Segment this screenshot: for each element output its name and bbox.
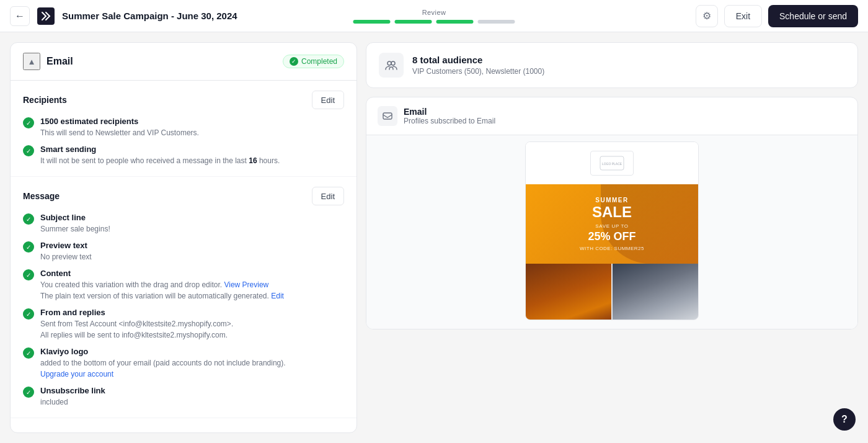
recipients-title: Recipients [23,95,67,105]
message-header: Message Edit [23,187,344,205]
preview-logo-box: LOGO PLACE [590,151,634,176]
from-replies-desc: Sent from Test Account <info@kltestsite2… [40,318,233,329]
profiles-text: Email Profiles subscribed to Email [404,107,495,125]
klaviyo-logo-desc: added to the bottom of your email (paid … [40,357,286,369]
svg-point-0 [388,61,391,65]
recipients-section: Recipients Edit ✓ 1500 estimated recipie… [11,81,356,177]
help-button[interactable]: ? [833,408,856,431]
gear-icon: ⚙ [702,10,711,22]
check-icon-logo: ✓ [23,347,34,359]
audience-info: 8 total audience VIP Customers (500), Ne… [412,55,544,76]
email-header: ▲ Email ✓ Completed [11,43,356,81]
progress-steps [352,20,516,24]
help-icon: ? [841,414,848,425]
email-preview-container: LOGO PLACE Summer SALE [366,135,857,329]
preview-product-1 [526,264,611,320]
check-icon-unsub: ✓ [23,387,34,398]
smart-sending-content: Smart sending It will not be sent to peo… [40,145,280,166]
smart-sending-item: ✓ Smart sending It will not be sent to p… [23,145,344,166]
klaviyo-logo-item: ✓ Klaviyo logo added to the bottom of yo… [23,347,344,380]
preview-text-content: Preview text No preview text [40,241,92,262]
unsubscribe-item: ✓ Unsubscribe link included [23,386,344,408]
completed-check-icon: ✓ [290,57,298,66]
recipients-edit-button[interactable]: Edit [312,91,344,109]
preview-sale-title: SALE [536,205,688,220]
left-panel: ▲ Email ✓ Completed Recipients Edit ✓ 15… [10,42,357,433]
smart-sending-desc: It will not be sent to people who receiv… [40,155,280,166]
estimated-recipients-label: 1500 estimated recipients [40,117,199,126]
klaviyo-logo-extra: Upgrade your account [40,369,286,380]
from-replies-label: From and replies [40,308,233,317]
preview-sale-label: Summer [536,197,688,204]
completed-badge: ✓ Completed [283,55,344,68]
subject-desc: Summer sale begins! [40,223,110,235]
exit-button[interactable]: Exit [724,5,762,27]
check-icon-subject: ✓ [23,213,34,225]
back-icon: ← [15,11,25,22]
email-preview-frame: LOGO PLACE Summer SALE [525,141,699,320]
profiles-subtitle: Profiles subscribed to Email [404,117,495,125]
message-edit-button[interactable]: Edit [312,187,344,205]
back-button[interactable]: ← [10,6,30,26]
top-navigation: ← Summer Sale Campaign - June 30, 2024 R… [0,0,868,32]
preview-product-grid [526,264,698,320]
estimated-recipients-item: ✓ 1500 estimated recipients This will se… [23,117,344,138]
check-icon-recipients: ✓ [23,117,34,128]
from-replies-extra: All replies will be sent to info@kltests… [40,329,233,341]
content-content: Content You created this variation with … [40,269,284,302]
message-title: Message [23,191,60,201]
check-icon-preview: ✓ [23,241,34,253]
content-desc: You created this variation with the drag… [40,279,284,290]
email-header-left: ▲ Email [23,53,73,70]
audience-card: 8 total audience VIP Customers (500), Ne… [366,42,858,88]
logo [37,7,55,25]
content-edit-link[interactable]: Edit [271,292,284,300]
step-3 [436,20,474,24]
content-item: ✓ Content You created this variation wit… [23,269,344,302]
subject-line-item: ✓ Subject line Summer sale begins! [23,213,344,235]
profiles-header: Email Profiles subscribed to Email [366,97,857,135]
completed-label: Completed [301,57,337,66]
logo-mark [37,7,55,25]
message-section: Message Edit ✓ Subject line Summer sale … [11,177,356,418]
svg-text:LOGO PLACE: LOGO PLACE [602,162,622,166]
email-section-title: Email [46,56,73,67]
preview-logo-area: LOGO PLACE [526,142,698,184]
step-2 [395,20,432,24]
unsubscribe-desc: included [40,396,105,408]
from-replies-content: From and replies Sent from Test Account … [40,308,233,341]
audience-sub: VIP Customers (500), Newsletter (1000) [412,67,544,76]
recipients-header: Recipients Edit [23,91,344,109]
preview-hero: Summer SALE SAVE UP TO 25% OFF WITH CODE… [526,184,698,264]
from-replies-item: ✓ From and replies Sent from Test Accoun… [23,308,344,341]
profiles-icon [378,106,397,126]
recipients-content: 1500 estimated recipients This will send… [40,117,199,138]
content-extra: The plain text version of this variation… [40,290,284,302]
collapse-icon: ▲ [27,57,35,66]
smart-sending-label: Smart sending [40,145,280,154]
content-label: Content [40,269,284,278]
view-preview-link[interactable]: View Preview [224,280,268,289]
klaviyo-logo-content: Klaviyo logo added to the bottom of your… [40,347,286,380]
profiles-title: Email [404,107,495,117]
unsubscribe-content: Unsubscribe link included [40,386,105,408]
schedule-or-send-button[interactable]: Schedule or send [768,5,858,27]
preview-text-item: ✓ Preview text No preview text [23,241,344,262]
upgrade-account-link[interactable]: Upgrade your account [40,370,113,378]
preview-text-desc: No preview text [40,251,92,262]
collapse-button[interactable]: ▲ [23,53,40,70]
preview-code: WITH CODE: SUMMER25 [536,246,688,251]
svg-point-1 [391,61,395,65]
step-1 [353,20,391,24]
nav-right: ⚙ Exit Schedule or send [696,5,858,27]
preview-text-label: Preview text [40,241,92,250]
review-label: Review [422,9,446,16]
subject-content: Subject line Summer sale begins! [40,213,110,235]
preview-hero-content: Summer SALE SAVE UP TO 25% OFF WITH CODE… [536,197,688,251]
settings-button[interactable]: ⚙ [696,5,718,27]
nav-left: ← Summer Sale Campaign - June 30, 2024 [10,6,237,26]
unsubscribe-label: Unsubscribe link [40,386,105,395]
step-4 [478,20,515,24]
klaviyo-logo-label: Klaviyo logo [40,347,286,356]
preview-product-2 [613,264,698,320]
